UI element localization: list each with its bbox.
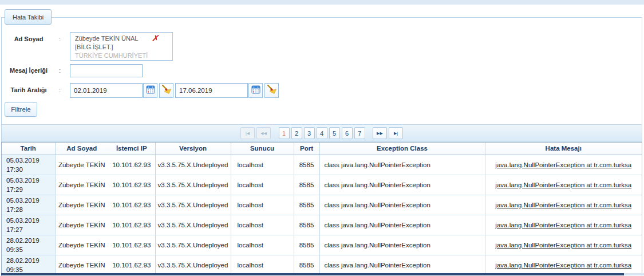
error-message-link[interactable]: java.lang.NullPointerException at tr.com… — [495, 161, 631, 168]
cell-port: 8585 — [294, 215, 319, 235]
pagination-page-1[interactable]: 1 — [279, 127, 290, 139]
cell-exception-class: class java.lang.NullPointerException — [319, 235, 485, 255]
pagination-page-2[interactable]: 2 — [291, 127, 302, 139]
cell-port: 8585 — [294, 155, 319, 175]
cell-ad-soyad: Zübeyde TEKİN — [55, 195, 108, 215]
start-date-clear-button[interactable] — [159, 83, 173, 98]
cell-tarih: 05.03.201917:27 — [2, 215, 55, 235]
horizontal-scrollbar-thumb[interactable] — [1, 273, 624, 275]
pagination-bar: |◀ ◀◀ 1234567 ▶▶ ▶| — [1, 124, 642, 142]
table-row: 28.02.201909:35Zübeyde TEKİN10.101.62.93… — [2, 255, 642, 275]
broom-clear-icon — [161, 84, 172, 97]
error-message-link[interactable]: java.lang.NullPointerException at tr.com… — [495, 222, 631, 228]
cell-hata-mesaji: java.lang.NullPointerException at tr.com… — [485, 155, 642, 175]
selected-person-box[interactable]: Zübeyde TEKİN ÜNAL [BİLG.İŞLET.] TÜRKİYE… — [70, 32, 173, 61]
pagination-page-5[interactable]: 5 — [329, 127, 340, 139]
cell-istemci-ip: 10.101.62.93 — [108, 155, 155, 175]
cell-versiyon: v3.3.5.75.X.Undeployed — [155, 195, 231, 215]
cell-istemci-ip: 10.101.62.93 — [108, 215, 155, 235]
cell-port: 8585 — [294, 195, 319, 215]
cell-hata-mesaji: java.lang.NullPointerException at tr.com… — [485, 195, 642, 215]
end-date-input[interactable] — [175, 83, 248, 98]
person-org: TÜRKİYE CUMHURİYETİ — [75, 52, 168, 60]
clear-x-icon[interactable]: ✗ — [151, 34, 159, 42]
cell-istemci-ip: 10.101.62.93 — [108, 255, 155, 275]
cell-sunucu: localhost — [231, 195, 294, 215]
header-exception-class: Exception Class — [319, 143, 485, 155]
pagination-page-7[interactable]: 7 — [354, 127, 365, 139]
cell-versiyon: v3.3.5.75.X.Undeployed — [155, 235, 231, 255]
cell-ad-soyad: Zübeyde TEKİN — [55, 215, 108, 235]
header-versiyon: Versiyon — [155, 143, 231, 155]
error-message-link[interactable]: java.lang.NullPointerException at tr.com… — [495, 262, 631, 269]
header-istemci-ip: İstemci IP — [108, 143, 155, 155]
error-message-link[interactable]: java.lang.NullPointerException at tr.com… — [495, 182, 631, 188]
calendar-icon — [251, 85, 260, 96]
pagination-page-6[interactable]: 6 — [342, 127, 353, 139]
start-date-input[interactable] — [70, 83, 143, 98]
cell-sunucu: localhost — [231, 215, 294, 235]
table-row: 05.03.201917:28Zübeyde TEKİN10.101.62.93… — [2, 195, 642, 215]
cell-versiyon: v3.3.5.75.X.Undeployed — [155, 215, 231, 235]
filter-button[interactable]: Filtrele — [5, 102, 37, 117]
calendar-icon — [146, 85, 155, 96]
cell-tarih: 05.03.201917:30 — [2, 155, 55, 175]
horizontal-scrollbar-track[interactable] — [624, 273, 644, 275]
end-date-clear-button[interactable] — [264, 83, 279, 98]
cell-exception-class: class java.lang.NullPointerException — [319, 155, 485, 175]
cell-port: 8585 — [294, 255, 319, 275]
cell-hata-mesaji: java.lang.NullPointerException at tr.com… — [485, 235, 642, 255]
cell-hata-mesaji: java.lang.NullPointerException at tr.com… — [485, 175, 642, 195]
cell-ad-soyad: Zübeyde TEKİN — [55, 235, 108, 255]
pagination-page-3[interactable]: 3 — [304, 127, 315, 139]
header-sunucu: Sunucu — [231, 143, 294, 155]
cell-ad-soyad: Zübeyde TEKİN — [55, 255, 108, 275]
start-date-calendar-button[interactable] — [143, 83, 157, 98]
end-date-calendar-button[interactable] — [248, 83, 263, 98]
message-content-input[interactable] — [70, 64, 143, 77]
cell-tarih: 28.02.201909:35 — [2, 255, 55, 275]
cell-tarih: 05.03.201917:28 — [2, 195, 55, 215]
table-body: 05.03.201917:30Zübeyde TEKİN10.101.62.93… — [2, 155, 642, 275]
header-hata-mesaji: Hata Mesajı — [485, 143, 642, 155]
mesaj-icerigi-label: Mesaj İçeriği — [0, 67, 57, 74]
tarih-araligi-label: Tarih Aralığı — [0, 86, 57, 93]
cell-exception-class: class java.lang.NullPointerException — [319, 255, 485, 275]
table-row: 28.02.201909:35Zübeyde TEKİN10.101.62.93… — [2, 235, 642, 255]
cell-istemci-ip: 10.101.62.93 — [108, 175, 155, 195]
broom-clear-icon — [267, 84, 277, 97]
header-ad-soyad: Ad Soyad — [55, 143, 108, 155]
cell-exception-class: class java.lang.NullPointerException — [319, 195, 485, 215]
pagination-page-4[interactable]: 4 — [317, 127, 327, 139]
cell-versiyon: v3.3.5.75.X.Undeployed — [155, 155, 231, 175]
cell-versiyon: v3.3.5.75.X.Undeployed — [155, 175, 231, 195]
cell-port: 8585 — [294, 235, 319, 255]
table-header-row: Tarih Ad Soyad İstemci IP Versiyon Sunuc… — [2, 143, 642, 155]
ad-soyad-label: Ad Soyad — [0, 36, 57, 42]
mesaj-icerigi-colon: : — [59, 67, 61, 74]
cell-sunucu: localhost — [231, 235, 294, 255]
tarih-araligi-colon: : — [59, 86, 61, 93]
fieldset-legend: Hata Takibi — [5, 9, 52, 25]
person-unit: [BİLG.İŞLET.] — [75, 43, 168, 52]
pagination-last-button[interactable]: ▶| — [389, 127, 403, 139]
error-message-link[interactable]: java.lang.NullPointerException at tr.com… — [495, 202, 631, 208]
cell-sunucu: localhost — [231, 155, 294, 175]
pagination-next-button[interactable]: ▶▶ — [373, 127, 387, 139]
pagination-prev-button[interactable]: ◀◀ — [256, 127, 271, 139]
header-port: Port — [294, 143, 319, 155]
pagination-pages: 1234567 — [278, 127, 366, 139]
cell-hata-mesaji: java.lang.NullPointerException at tr.com… — [485, 255, 642, 275]
cell-port: 8585 — [294, 175, 319, 195]
ad-soyad-colon: : — [59, 36, 61, 42]
cell-versiyon: v3.3.5.75.X.Undeployed — [155, 255, 231, 275]
header-tarih: Tarih — [2, 143, 55, 155]
table-row: 05.03.201917:27Zübeyde TEKİN10.101.62.93… — [2, 215, 642, 235]
cell-ad-soyad: Zübeyde TEKİN — [55, 155, 108, 175]
error-message-link[interactable]: java.lang.NullPointerException at tr.com… — [495, 242, 631, 249]
table-row: 05.03.201917:30Zübeyde TEKİN10.101.62.93… — [2, 155, 642, 175]
cell-sunucu: localhost — [231, 175, 294, 195]
pagination-first-button[interactable]: |◀ — [240, 127, 255, 139]
cell-istemci-ip: 10.101.62.93 — [108, 235, 155, 255]
page-canvas: Hata Takibi Ad Soyad : Zübeyde TEKİN ÜNA… — [0, 0, 644, 276]
